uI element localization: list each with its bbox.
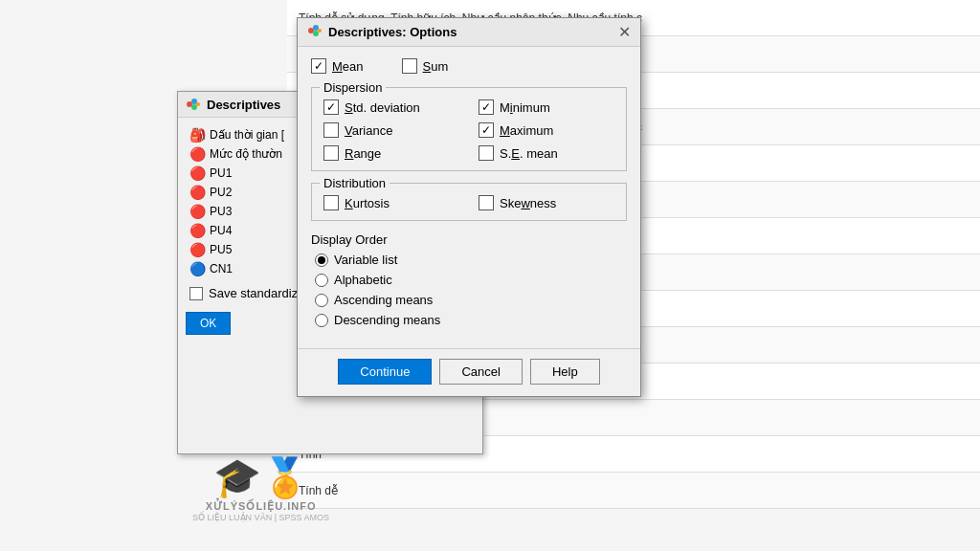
std-deviation-label: Std. deviation (345, 100, 420, 115)
skewness-label: Skewness (500, 196, 556, 210)
maximum-checkbox-item[interactable]: Maximum (479, 122, 614, 138)
distribution-title: Distribution (320, 176, 390, 190)
sum-label: Sum (423, 59, 449, 74)
ascending-means-radio[interactable] (315, 294, 328, 307)
descriptives-window-icon (186, 97, 201, 112)
bg-row: Tính dễ (287, 473, 980, 509)
cancel-button[interactable]: Cancel (439, 359, 522, 385)
variance-checkbox[interactable] (323, 122, 339, 138)
distribution-section: Distribution Kurtosis Skewness (311, 183, 627, 221)
central-tendency-row: Mean Sum (311, 58, 627, 74)
descending-means-radio-item[interactable]: Descending means (315, 313, 627, 327)
watermark-subtext: SỐ LIỆU LUẬN VĂN | SPSS AMOS (192, 513, 329, 522)
range-checkbox-item[interactable]: Range (323, 145, 459, 161)
item-label: PU1 (210, 166, 232, 180)
options-footer: Continue Cancel Help (298, 348, 640, 396)
descending-means-radio[interactable] (315, 314, 328, 327)
sum-checkbox-item[interactable]: Sum (402, 58, 449, 74)
cancel-label: Cancel (461, 364, 500, 379)
item-label: PU4 (210, 224, 232, 237)
help-label: Help (552, 364, 578, 379)
std-deviation-checkbox[interactable] (323, 99, 339, 115)
continue-button[interactable]: Continue (338, 359, 432, 385)
item-label: PU2 (210, 186, 232, 199)
svg-point-5 (313, 25, 319, 31)
variable-list-radio-item[interactable]: Variable list (315, 253, 627, 267)
alphabetic-label: Alphabetic (334, 273, 392, 287)
item-label: PU3 (210, 205, 232, 218)
alphabetic-radio[interactable] (315, 274, 328, 287)
options-dialog-title: Descriptives: Options (328, 25, 612, 39)
minimum-checkbox[interactable] (479, 99, 494, 115)
item-icon: 🔴 (189, 185, 206, 200)
mean-checkbox[interactable] (311, 58, 326, 74)
se-mean-label: S.E. mean (500, 146, 558, 161)
kurtosis-checkbox[interactable] (323, 195, 339, 210)
kurtosis-label: Kurtosis (345, 196, 390, 210)
se-mean-checkbox[interactable] (479, 145, 494, 161)
minimum-label: Minimum (500, 100, 550, 115)
options-titlebar: Descriptives: Options ✕ (298, 18, 640, 47)
svg-point-7 (318, 29, 322, 33)
item-label: CN1 (210, 262, 233, 276)
svg-point-4 (308, 28, 314, 33)
alphabetic-radio-item[interactable]: Alphabetic (315, 273, 627, 287)
mean-label: Mean (332, 59, 364, 74)
svg-point-3 (196, 102, 200, 106)
item-icon: 🔴 (189, 165, 206, 181)
item-icon: 🔴 (189, 146, 206, 162)
svg-point-6 (313, 31, 319, 36)
dispersion-title: Dispersion (320, 80, 386, 95)
item-label: Mức độ thườn (210, 147, 282, 161)
minimum-checkbox-item[interactable]: Minimum (479, 99, 614, 115)
display-order-title: Display Order (311, 232, 627, 247)
sum-checkbox[interactable] (402, 58, 417, 74)
save-standardized-checkbox[interactable] (189, 287, 203, 300)
svg-point-2 (191, 104, 197, 110)
kurtosis-checkbox-item[interactable]: Kurtosis (323, 195, 459, 210)
range-checkbox[interactable] (323, 145, 339, 161)
item-icon: 🔴 (189, 204, 206, 219)
options-dialog: Descriptives: Options ✕ Mean Sum Dispers… (297, 17, 641, 397)
dispersion-section: Dispersion Std. deviation Minimum Varian… (311, 87, 627, 171)
range-label: Range (345, 146, 381, 161)
options-close-button[interactable]: ✕ (618, 23, 631, 41)
options-dialog-icon (307, 23, 323, 41)
descriptives-ok-button[interactable]: OK (186, 312, 231, 335)
help-button[interactable]: Help (530, 359, 600, 385)
maximum-checkbox[interactable] (479, 122, 494, 138)
ascending-means-radio-item[interactable]: Ascending means (315, 293, 627, 307)
item-label: PU5 (210, 243, 232, 256)
options-body: Mean Sum Dispersion Std. deviation Minim… (298, 47, 640, 348)
item-icon: 🎒 (189, 127, 206, 143)
svg-point-1 (191, 99, 197, 104)
item-icon: 🔵 (189, 261, 206, 276)
continue-label: Continue (360, 364, 410, 379)
svg-point-0 (187, 101, 192, 107)
skewness-checkbox-item[interactable]: Skewness (479, 195, 614, 210)
dispersion-grid: Std. deviation Minimum Variance Maximum … (323, 99, 614, 161)
variance-checkbox-item[interactable]: Variance (323, 122, 459, 138)
watermark-text: XỬLÝSỐLIỆU.INFO (192, 500, 329, 513)
mean-checkbox-item[interactable]: Mean (311, 58, 364, 74)
descriptives-window-title: Descriptives (207, 98, 280, 112)
descending-means-label: Descending means (334, 313, 440, 327)
distribution-grid: Kurtosis Skewness (323, 195, 614, 210)
item-icon: 🔴 (189, 223, 206, 238)
item-label: Dấu thời gian [ (210, 128, 284, 142)
watermark: 🎓🏅 XỬLÝSỐLIỆU.INFO SỐ LIỆU LUẬN VĂN | SP… (192, 455, 329, 522)
se-mean-checkbox-item[interactable]: S.E. mean (479, 145, 614, 161)
variable-list-radio[interactable] (315, 253, 328, 267)
std-deviation-checkbox-item[interactable]: Std. deviation (323, 99, 459, 115)
display-order-section: Display Order Variable list Alphabetic A… (311, 232, 627, 327)
variance-label: Variance (345, 123, 392, 138)
ascending-means-label: Ascending means (334, 293, 433, 307)
save-standardized-label: Save standardiz (209, 286, 298, 300)
display-order-items: Variable list Alphabetic Ascending means… (311, 253, 627, 327)
watermark-icon: 🎓🏅 (192, 455, 329, 500)
maximum-label: Maximum (500, 123, 553, 138)
variable-list-label: Variable list (334, 253, 397, 267)
skewness-checkbox[interactable] (479, 195, 494, 210)
item-icon: 🔴 (189, 242, 206, 257)
